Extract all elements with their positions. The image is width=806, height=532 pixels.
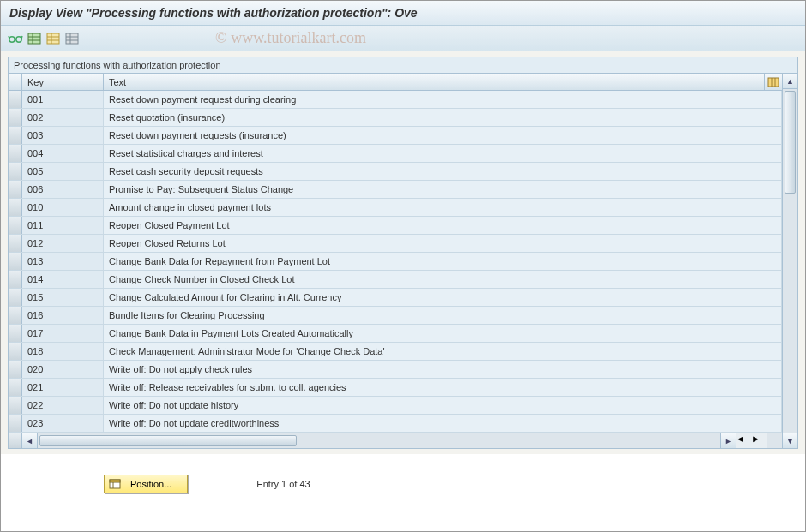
row-selector[interactable] <box>9 361 22 378</box>
cell-key: 018 <box>22 343 104 360</box>
footer: Position... Entry 1 of 43 <box>1 454 805 502</box>
cell-text: Change Bank Data for Repayment from Paym… <box>104 253 782 270</box>
row-selector[interactable] <box>9 235 22 252</box>
table-row[interactable]: 003Reset down payment requests (insuranc… <box>9 127 782 145</box>
select-all-header[interactable] <box>9 74 22 90</box>
table-row[interactable]: 010Amount change in closed payment lots <box>9 199 782 217</box>
table-row[interactable]: 016Bundle Items for Clearing Processing <box>9 307 782 325</box>
row-selector[interactable] <box>9 289 22 306</box>
cell-key: 002 <box>22 109 104 126</box>
position-icon <box>108 477 122 491</box>
row-selector[interactable] <box>9 181 22 198</box>
entry-counter: Entry 1 of 43 <box>256 479 310 489</box>
row-selector[interactable] <box>9 271 22 288</box>
cell-text: Change Check Number in Closed Check Lot <box>104 271 782 288</box>
hscroll-track[interactable] <box>38 433 720 448</box>
svg-point-0 <box>9 36 15 41</box>
cell-key: 016 <box>22 307 104 324</box>
table-row[interactable]: 018Check Management: Administrator Mode … <box>9 343 782 361</box>
scroll-down-icon[interactable]: ▼ <box>783 433 797 448</box>
table-row[interactable]: 002Reset quotation (insurance) <box>9 109 782 127</box>
cell-text: Write off: Release receivables for subm.… <box>104 379 782 396</box>
cell-text: Bundle Items for Clearing Processing <box>104 307 782 324</box>
cell-text: Reset down payment request during cleari… <box>104 91 782 108</box>
nav-right-end-icon[interactable]: ► <box>751 433 767 448</box>
cell-key: 013 <box>22 253 104 270</box>
cell-text: Write off: Do not update history <box>104 397 782 414</box>
table-row[interactable]: 022Write off: Do not update history <box>9 397 782 415</box>
page-title: Display View "Processing functions with … <box>1 1 805 26</box>
row-selector[interactable] <box>9 127 22 144</box>
table-row[interactable]: 001Reset down payment request during cle… <box>9 91 782 109</box>
scroll-up-icon[interactable]: ▲ <box>783 74 797 89</box>
scroll-left-icon[interactable]: ◄ <box>22 433 38 448</box>
row-selector[interactable] <box>9 343 22 360</box>
svg-rect-6 <box>47 33 59 44</box>
column-header-text[interactable]: Text <box>104 74 765 90</box>
vertical-scroll: ▲ ▼ <box>782 74 797 448</box>
scroll-right-icon[interactable]: ► <box>720 433 736 448</box>
cell-text: Change Calculated Amount for Clearing in… <box>104 289 782 306</box>
toolbar: © www.tutorialkart.com <box>1 26 805 51</box>
cell-text: Reset statistical charges and interest <box>104 145 782 162</box>
vscroll-thumb[interactable] <box>785 91 796 194</box>
cell-text: Promise to Pay: Subsequent Status Change <box>104 181 782 198</box>
row-selector[interactable] <box>9 253 22 270</box>
cell-key: 015 <box>22 289 104 306</box>
cell-key: 011 <box>22 217 104 234</box>
cell-key: 010 <box>22 199 104 216</box>
table-row[interactable]: 004Reset statistical charges and interes… <box>9 145 782 163</box>
cell-key: 021 <box>22 379 104 396</box>
table-row[interactable]: 020Write off: Do not apply check rules <box>9 361 782 379</box>
table-row[interactable]: 011Reopen Closed Payment Lot <box>9 217 782 235</box>
svg-rect-10 <box>66 33 78 44</box>
row-selector[interactable] <box>9 307 22 324</box>
cell-text: Change Bank Data in Payment Lots Created… <box>104 325 782 342</box>
row-selector[interactable] <box>9 379 22 396</box>
cell-text: Reset cash security deposit requests <box>104 163 782 180</box>
grid-rows: 001Reset down payment request during cle… <box>9 91 782 433</box>
table-yellow-icon[interactable] <box>45 31 61 46</box>
table-row[interactable]: 021Write off: Release receivables for su… <box>9 379 782 397</box>
vscroll-track[interactable] <box>783 89 797 433</box>
row-selector[interactable] <box>9 415 22 432</box>
cell-key: 023 <box>22 415 104 432</box>
cell-key: 022 <box>22 397 104 414</box>
table-row[interactable]: 014Change Check Number in Closed Check L… <box>9 271 782 289</box>
cell-key: 017 <box>22 325 104 342</box>
row-selector[interactable] <box>9 109 22 126</box>
table-row[interactable]: 013Change Bank Data for Repayment from P… <box>9 253 782 271</box>
panel-title: Processing functions with authorization … <box>9 57 797 74</box>
table-row[interactable]: 017Change Bank Data in Payment Lots Crea… <box>9 325 782 343</box>
table-row[interactable]: 005Reset cash security deposit requests <box>9 163 782 181</box>
row-selector[interactable] <box>9 91 22 108</box>
table-row[interactable]: 015Change Calculated Amount for Clearing… <box>9 289 782 307</box>
row-selector[interactable] <box>9 397 22 414</box>
column-header-key[interactable]: Key <box>22 74 104 90</box>
svg-rect-18 <box>110 480 120 482</box>
row-selector[interactable] <box>9 325 22 342</box>
table-green-icon[interactable] <box>27 31 42 46</box>
cell-text: Amount change in closed payment lots <box>104 199 782 216</box>
row-selector[interactable] <box>9 145 22 162</box>
table-row[interactable]: 012Reopen Closed Returns Lot <box>9 235 782 253</box>
nav-right-icon[interactable]: ◄ <box>736 433 751 448</box>
table-row[interactable]: 006Promise to Pay: Subsequent Status Cha… <box>9 181 782 199</box>
row-selector[interactable] <box>9 163 22 180</box>
position-button[interactable]: Position... <box>104 475 188 493</box>
cell-text: Write off: Do not update creditworthines… <box>104 415 782 432</box>
hscroll-thumb[interactable] <box>39 435 297 446</box>
column-config-icon[interactable] <box>765 74 782 90</box>
cell-text: Reset down payment requests (insurance) <box>104 127 782 144</box>
row-selector[interactable] <box>9 199 22 216</box>
table-row[interactable]: 023Write off: Do not update creditworthi… <box>9 415 782 433</box>
cell-text: Reset quotation (insurance) <box>104 109 782 126</box>
table-grey-icon[interactable] <box>64 31 80 46</box>
glasses-icon[interactable] <box>8 31 23 46</box>
cell-key: 001 <box>22 91 104 108</box>
watermark: © www.tutorialkart.com <box>215 29 366 47</box>
cell-key: 003 <box>22 127 104 144</box>
horizontal-scroll: ◄ ► ◄ ► <box>9 433 782 448</box>
svg-point-1 <box>16 36 21 41</box>
row-selector[interactable] <box>9 217 22 234</box>
